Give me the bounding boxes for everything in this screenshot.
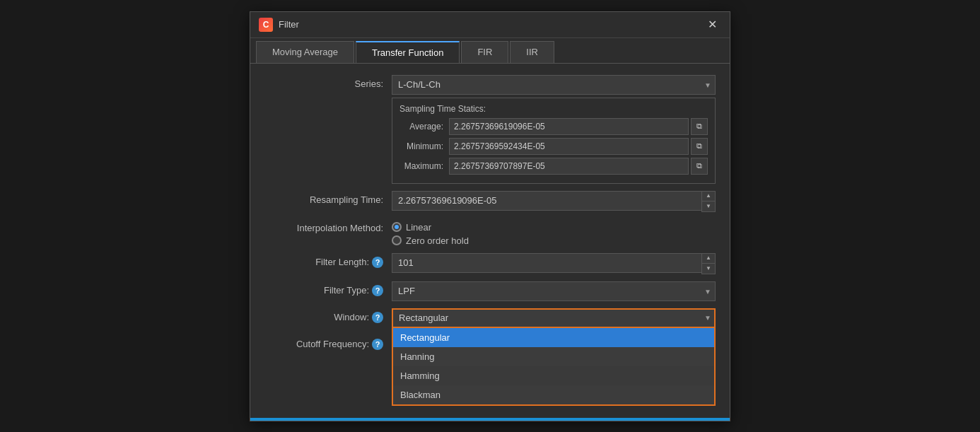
interpolation-radio-group: Linear Zero order hold: [392, 219, 716, 246]
filter-length-help-icon[interactable]: ?: [372, 257, 383, 268]
filter-length-control: ▲ ▼: [392, 253, 716, 274]
resampling-time-label: Resampling Time:: [264, 191, 392, 205]
filter-length-spinbox: ▲ ▼: [392, 253, 716, 274]
interpolation-method-control: Linear Zero order hold: [392, 219, 716, 246]
resampling-time-input[interactable]: [392, 191, 701, 211]
maximum-row: Maximum: ⧉: [399, 158, 708, 175]
window-dropdown-input[interactable]: [392, 308, 716, 328]
resampling-time-row: Resampling Time: ▲ ▼: [264, 191, 716, 212]
average-copy-button[interactable]: ⧉: [691, 118, 708, 135]
resampling-time-control: ▲ ▼: [392, 191, 716, 212]
resampling-time-spin-buttons: ▲ ▼: [701, 191, 716, 212]
minimum-label: Minimum:: [399, 141, 449, 151]
minimum-value[interactable]: [449, 138, 689, 155]
resampling-time-spin-down[interactable]: ▼: [702, 202, 715, 211]
sampling-time-statics-title: Sampling Time Statics:: [399, 104, 708, 114]
radio-zero-order[interactable]: Zero order hold: [392, 235, 716, 246]
filter-length-label-area: Filter Length: ?: [264, 253, 392, 268]
window-option-hamming[interactable]: Hamming: [393, 366, 714, 385]
maximum-copy-button[interactable]: ⧉: [691, 158, 708, 175]
tab-iir[interactable]: IIR: [510, 41, 554, 63]
interpolation-method-label: Interpolation Method:: [264, 219, 392, 233]
bottom-accent-bar: [250, 418, 730, 421]
series-control: L-Ch/L-Ch ▼ Sampling Time Statics: Avera…: [392, 75, 716, 184]
filter-dialog: C Filter ✕ Moving Average Transfer Funct…: [250, 11, 730, 421]
series-dropdown[interactable]: L-Ch/L-Ch: [392, 75, 716, 95]
filter-length-row: Filter Length: ? ▲ ▼: [264, 253, 716, 274]
series-dropdown-container: L-Ch/L-Ch ▼: [392, 75, 716, 95]
filter-length-input[interactable]: [392, 253, 701, 273]
sampling-time-statics-box: Sampling Time Statics: Average: ⧉ Minimu…: [392, 98, 716, 184]
cutoff-frequency-label-area: Cutoff Frequency: ?: [264, 335, 392, 350]
window-option-blackman[interactable]: Blackman: [393, 385, 714, 404]
filter-length-spin-buttons: ▲ ▼: [701, 253, 716, 274]
filter-type-row: Filter Type: ? LPF ▼: [264, 281, 716, 301]
maximum-label: Maximum:: [399, 161, 449, 171]
filter-type-dropdown[interactable]: LPF: [392, 281, 716, 301]
filter-type-control: LPF ▼: [392, 281, 716, 301]
window-dropdown-popup: Rectangular Hanning Hamming Blackman: [392, 328, 716, 406]
filter-type-dropdown-container: LPF ▼: [392, 281, 716, 301]
series-row: Series: L-Ch/L-Ch ▼ Sampling Time Static…: [264, 75, 716, 184]
window-row: Window: ? ▼ Rectangular Hanning Hamming …: [264, 308, 716, 328]
resampling-time-spin-up[interactable]: ▲: [702, 192, 715, 202]
radio-linear[interactable]: Linear: [392, 222, 716, 233]
tab-transfer-function[interactable]: Transfer Function: [356, 41, 460, 63]
cutoff-frequency-help-icon[interactable]: ?: [372, 339, 383, 350]
dialog-title: Filter: [279, 19, 299, 30]
tab-moving-average[interactable]: Moving Average: [256, 41, 354, 63]
average-row: Average: ⧉: [399, 118, 708, 135]
window-option-rectangular[interactable]: Rectangular: [393, 328, 714, 347]
maximum-value[interactable]: [449, 158, 689, 175]
tab-bar: Moving Average Transfer Function FIR IIR: [250, 38, 730, 64]
radio-linear-label: Linear: [406, 222, 431, 233]
cutoff-frequency-label: Cutoff Frequency:: [296, 339, 369, 349]
window-option-hanning[interactable]: Hanning: [393, 347, 714, 366]
minimum-row: Minimum: ⧉: [399, 138, 708, 155]
resampling-time-spinbox: ▲ ▼: [392, 191, 716, 212]
app-icon: C: [259, 18, 273, 32]
radio-zero-order-label: Zero order hold: [406, 235, 469, 246]
window-control: ▼ Rectangular Hanning Hamming Blackman: [392, 308, 716, 328]
window-help-icon[interactable]: ?: [372, 312, 383, 323]
filter-type-help-icon[interactable]: ?: [372, 285, 383, 296]
filter-length-spin-down[interactable]: ▼: [702, 264, 715, 274]
title-bar: C Filter ✕: [250, 12, 730, 38]
content-area: Series: L-Ch/L-Ch ▼ Sampling Time Static…: [250, 64, 730, 368]
window-label-area: Window: ?: [264, 308, 392, 323]
minimum-copy-button[interactable]: ⧉: [691, 138, 708, 155]
average-label: Average:: [399, 122, 449, 132]
interpolation-method-row: Interpolation Method: Linear Zero order …: [264, 219, 716, 246]
radio-linear-circle: [392, 222, 402, 232]
series-label: Series:: [264, 75, 392, 89]
window-label: Window:: [334, 312, 369, 322]
filter-type-label-area: Filter Type: ?: [264, 281, 392, 296]
tab-fir[interactable]: FIR: [461, 41, 508, 63]
filter-length-label: Filter Length:: [315, 257, 369, 267]
average-value[interactable]: [449, 118, 689, 135]
close-button[interactable]: ✕: [704, 18, 721, 32]
window-dropdown-wrapper: ▼ Rectangular Hanning Hamming Blackman: [392, 308, 716, 328]
filter-length-spin-up[interactable]: ▲: [702, 254, 715, 264]
title-bar-left: C Filter: [259, 18, 299, 32]
filter-type-label: Filter Type:: [324, 285, 369, 296]
radio-zero-order-circle: [392, 235, 402, 245]
